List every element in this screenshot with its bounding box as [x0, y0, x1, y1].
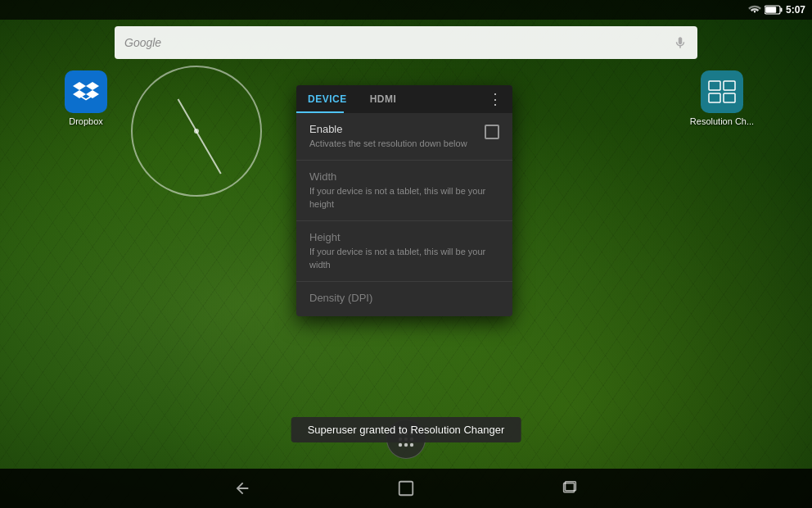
svg-rect-5	[709, 93, 720, 102]
wifi-icon	[748, 5, 761, 15]
back-icon	[233, 479, 251, 497]
svg-point-13	[399, 443, 402, 447]
svg-rect-2	[765, 7, 776, 13]
enable-title: Enable	[309, 123, 478, 135]
dialog-item-width[interactable]: Width If your device is not a tablet, th…	[296, 161, 512, 221]
navigation-bar	[0, 469, 812, 508]
dropbox-logo	[73, 80, 99, 103]
toast-notification: Superuser granted to Resolution Changer	[291, 417, 521, 442]
tab-device[interactable]: DEVICE	[296, 85, 359, 113]
tab-active-indicator	[296, 111, 344, 113]
dropbox-label: Dropbox	[69, 116, 103, 126]
height-subtitle: If your device is not a tablet, this wil…	[309, 246, 493, 271]
dropbox-icon-box	[65, 70, 107, 113]
mic-icon[interactable]	[673, 35, 688, 50]
clock-widget	[131, 66, 262, 197]
width-item-text: Width If your device is not a tablet, th…	[309, 170, 499, 211]
resolution-changer-dialog: DEVICE HDMI ⋮ Enable Activates the set r…	[296, 85, 512, 316]
back-button[interactable]	[226, 472, 259, 505]
clock-minute-hand	[196, 131, 221, 175]
dropbox-app-icon[interactable]: Dropbox	[57, 70, 115, 126]
svg-point-15	[410, 443, 413, 447]
dialog-item-density[interactable]: Density (DPI)	[296, 282, 512, 316]
recents-icon	[561, 479, 579, 497]
tab-hdmi[interactable]: HDMI	[359, 85, 408, 113]
resolution-logo	[708, 79, 736, 104]
svg-rect-16	[399, 482, 413, 496]
home-button[interactable]	[390, 472, 422, 505]
enable-item-text: Enable Activates the set resolution down…	[309, 123, 485, 150]
battery-icon	[765, 5, 783, 15]
search-bar[interactable]: Google	[115, 26, 697, 59]
svg-rect-3	[709, 81, 720, 90]
status-time: 5:07	[786, 4, 805, 16]
height-title: Height	[309, 231, 493, 243]
width-title: Width	[309, 170, 493, 183]
resolution-icon-box	[701, 70, 743, 113]
svg-rect-4	[724, 81, 735, 90]
search-placeholder: Google	[124, 36, 673, 49]
status-bar: 5:07	[0, 0, 812, 20]
dialog-tabs: DEVICE HDMI ⋮	[296, 85, 512, 113]
recents-button[interactable]	[553, 472, 586, 505]
svg-point-14	[404, 443, 408, 447]
height-item-text: Height If your device is not a tablet, t…	[309, 231, 499, 271]
svg-rect-1	[780, 8, 782, 12]
density-item-text: Density (DPI)	[309, 292, 499, 306]
clock-center-dot	[194, 129, 199, 134]
status-icons: 5:07	[748, 4, 805, 16]
density-title: Density (DPI)	[309, 292, 493, 304]
svg-rect-6	[724, 93, 735, 102]
clock-hour-hand	[178, 99, 197, 132]
enable-checkbox[interactable]	[485, 125, 499, 139]
enable-subtitle: Activates the set resolution down below	[309, 138, 478, 150]
width-subtitle: If your device is not a tablet, this wil…	[309, 185, 493, 211]
home-icon	[397, 479, 415, 497]
dialog-item-height[interactable]: Height If your device is not a tablet, t…	[296, 221, 512, 282]
dialog-overflow-menu[interactable]: ⋮	[478, 85, 512, 113]
resolution-changer-label: Resolution Ch...	[690, 116, 754, 126]
dialog-item-enable[interactable]: Enable Activates the set resolution down…	[296, 113, 512, 161]
clock-face	[131, 66, 262, 197]
resolution-changer-app-icon[interactable]: Resolution Ch...	[689, 70, 755, 126]
